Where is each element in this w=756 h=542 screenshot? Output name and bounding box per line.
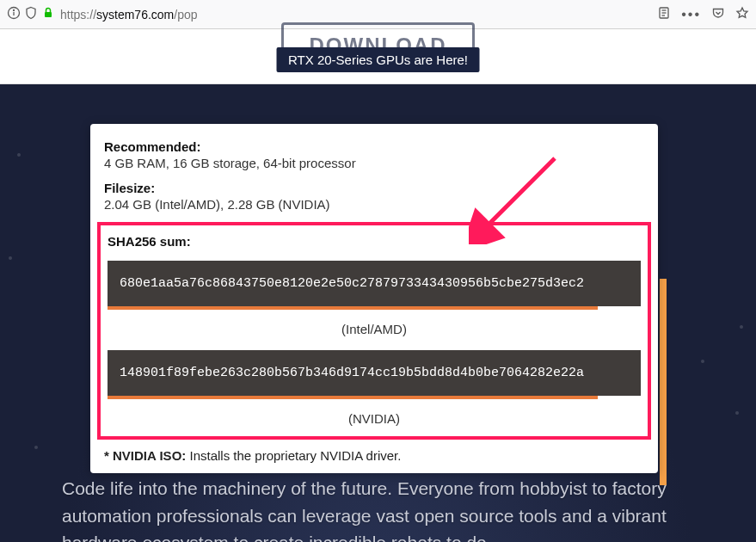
hash-underline — [108, 396, 598, 399]
footnote-text: Installs the proprietary NVIDIA driver. — [186, 448, 401, 463]
page-content: DOWNLOAD RTX 20-Series GPUs are Here! Co… — [0, 29, 756, 542]
hash-label-nvidia: (NVIDIA) — [108, 411, 641, 426]
filesize-label: Filesize: — [104, 181, 644, 195]
accent-bar — [660, 279, 667, 485]
url-domain: system76.com — [96, 8, 174, 22]
sha-section-highlighted: SHA256 sum: 680e1aa5a76c86843750e8120e2e… — [97, 222, 651, 440]
recommended-section: Recommended: 4 GB RAM, 16 GB storage, 64… — [104, 139, 644, 170]
hash-intel-amd[interactable]: 680e1aa5a76c86843750e8120e2e50c278797334… — [108, 261, 641, 306]
url-area[interactable]: https://system76.com/pop — [7, 6, 650, 23]
recommended-value: 4 GB RAM, 16 GB storage, 64-bit processo… — [104, 156, 644, 170]
nvidia-footnote: * NVIDIA ISO: Installs the proprietary N… — [104, 448, 644, 463]
shield-icon[interactable] — [24, 6, 38, 23]
hash-nvidia[interactable]: 148901f89febe263c280b567b346d9174cc19b5b… — [108, 350, 641, 396]
recommended-label: Recommended: — [104, 139, 644, 154]
menu-icon[interactable]: ••• — [681, 7, 701, 22]
url-text[interactable]: https://system76.com/pop — [60, 8, 198, 22]
footnote-bold: * NVIDIA ISO: — [104, 448, 186, 463]
bookmark-star-icon[interactable] — [735, 6, 749, 23]
hero-description: Code life into the machinery of the futu… — [62, 475, 694, 542]
url-path: /pop — [174, 8, 197, 22]
filesize-section: Filesize: 2.04 GB (Intel/AMD), 2.28 GB (… — [104, 181, 644, 212]
top-section: DOWNLOAD RTX 20-Series GPUs are Here! — [0, 29, 756, 84]
promo-banner[interactable]: RTX 20-Series GPUs are Here! — [276, 47, 480, 72]
svg-point-2 — [14, 9, 15, 10]
lock-icon[interactable] — [41, 6, 55, 23]
pocket-icon[interactable] — [711, 6, 725, 23]
url-protocol: https:// — [60, 8, 96, 22]
reader-mode-icon[interactable] — [657, 6, 671, 23]
svg-rect-3 — [45, 12, 52, 17]
filesize-value: 2.04 GB (Intel/AMD), 2.28 GB (NVIDIA) — [104, 197, 644, 212]
info-icon[interactable] — [7, 6, 21, 23]
hash-underline — [108, 306, 598, 310]
sha-label: SHA256 sum: — [108, 234, 641, 249]
download-info-modal: Recommended: 4 GB RAM, 16 GB storage, 64… — [90, 124, 658, 473]
hash-label-intel-amd: (Intel/AMD) — [108, 322, 641, 336]
